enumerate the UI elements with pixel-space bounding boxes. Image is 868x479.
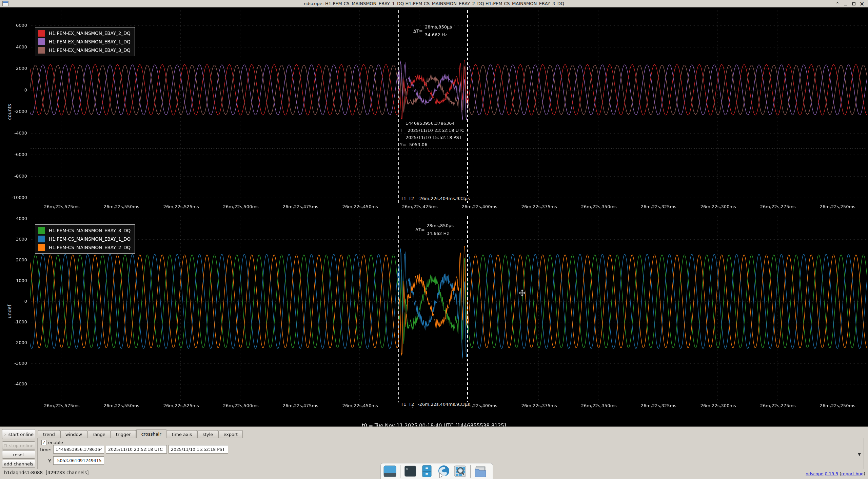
y-tick-label: -2000 [1, 340, 27, 345]
x-tick-label: -26m,22s,450ms [334, 403, 385, 408]
app-finder-icon[interactable] [453, 464, 467, 478]
crosshair-y: Y= -5053.06 [400, 142, 427, 147]
dock-separator [400, 465, 400, 478]
legend-swatch [38, 227, 45, 234]
cursor-dt-time: 28ms,850µs [425, 24, 452, 29]
maximize-button[interactable] [850, 0, 858, 7]
y-value-field[interactable] [53, 456, 104, 465]
y-tick-label: 6000 [1, 23, 27, 28]
window-title: ndscope: H1:PEM-CS_MAINSMON_EBAY_1_DQ H1… [0, 1, 868, 6]
desktop-icon[interactable] [383, 464, 397, 478]
tab-time-axis[interactable]: time axis [167, 430, 197, 438]
time-utc-field[interactable] [106, 445, 167, 454]
x-tick-label: -26m,22s,400ms [453, 204, 504, 209]
x-tick-label: -26m,22s,325ms [632, 204, 683, 209]
x-tick-label: -26m,22s,500ms [215, 204, 265, 209]
x-tick-label: -26m,22s,275ms [752, 204, 803, 209]
x-tick-label: -26m,22s,300ms [692, 204, 743, 209]
legend-channel-label: H1:PEM-EX_MAINSMON_EBAY_3_DQ [49, 47, 131, 53]
minimize-button[interactable] [842, 0, 850, 7]
time-local-field[interactable] [169, 445, 228, 454]
panel-dropdown-arrow[interactable]: ▼ [858, 452, 861, 457]
close-button[interactable]: × [858, 0, 866, 7]
crosshair-pst: 2025/11/10 15:52:18 PST [406, 135, 462, 140]
tab-crosshair[interactable]: crosshair [136, 429, 166, 438]
file-manager-icon[interactable] [474, 464, 487, 478]
reset-button[interactable]: reset [2, 451, 35, 459]
legend-swatch [38, 236, 45, 242]
stop-online-button[interactable]: □ stop online [2, 441, 35, 450]
window-titlebar[interactable]: ndscope: H1:PEM-CS_MAINSMON_EBAY_1_DQ H1… [0, 0, 868, 7]
about-links: ndscope 0.19.3 (report bug) [806, 471, 865, 476]
cursor-t2-label: T2=-26m,22s,404ms,933µs [408, 402, 471, 407]
shade-button[interactable]: ^ [833, 0, 842, 7]
cursor-dt-time: 28ms,850µs [427, 223, 454, 228]
y-tick-label: 0 [1, 87, 27, 93]
x-tick-label: -26m,22s,550ms [95, 204, 146, 209]
version-link[interactable]: 0.19.3 [825, 471, 839, 476]
tab-export[interactable]: export [218, 430, 243, 438]
legend-entry: H1:PEM-CS_MAINSMON_EBAY_3_DQ [38, 227, 131, 234]
legend-entry: H1:PEM-EX_MAINSMON_EBAY_1_DQ [38, 38, 131, 45]
enable-checkbox[interactable]: ✓ [41, 440, 46, 445]
time-gps-field[interactable] [53, 445, 104, 454]
y-label: Y: [32, 458, 52, 463]
tab-trend[interactable]: trend [38, 430, 60, 438]
taskbar-dock: >_ [380, 463, 493, 479]
y-tick-label: 4000 [1, 216, 27, 221]
crosshair-gps: 1446853956.3786364 [406, 121, 455, 126]
ndscope-link[interactable]: ndscope [806, 471, 824, 476]
tab-trigger[interactable]: trigger [111, 430, 136, 438]
tab-window[interactable]: window [60, 430, 87, 438]
legend-channel-label: H1:PEM-EX_MAINSMON_EBAY_2_DQ [49, 31, 131, 36]
play-icon: ▷ [4, 433, 6, 436]
y-tick-label: -3000 [1, 361, 27, 366]
x-tick-label: -26m,22s,575ms [36, 403, 86, 408]
enable-label: enable [48, 440, 72, 445]
y-tick-label: 4000 [1, 44, 27, 49]
y-tick-label: -2000 [1, 109, 27, 114]
legend-swatch [38, 38, 45, 45]
terminal-icon[interactable]: >_ [403, 464, 417, 478]
plot1-canvas[interactable] [30, 10, 867, 204]
legend-swatch [38, 244, 45, 251]
x-tick-label: -26m,22s,525ms [155, 403, 206, 408]
legend-swatch [38, 47, 45, 54]
y-tick-label: 3000 [1, 237, 27, 242]
start-online-button[interactable]: ▷ start online [2, 429, 35, 439]
x-tick-label: -26m,22s,300ms [692, 403, 743, 408]
plot2-legend[interactable]: H1:PEM-CS_MAINSMON_EBAY_3_DQ H1:PEM-CS_M… [35, 224, 135, 254]
svg-text:>_: >_ [406, 467, 411, 471]
legend-entry: H1:PEM-CS_MAINSMON_EBAY_1_DQ [38, 236, 131, 242]
report-bug-link[interactable]: report bug [841, 471, 864, 476]
legend-entry: H1:PEM-CS_MAINSMON_EBAY_2_DQ [38, 244, 131, 251]
legend-entry: H1:PEM-EX_MAINSMON_EBAY_3_DQ [38, 47, 131, 54]
cursor-dt-label: ΔT= [413, 28, 423, 34]
tab-bar: trendwindowrangetriggercrosshairtime axi… [38, 430, 243, 438]
x-tick-label: -26m,22s,575ms [36, 204, 86, 209]
web-browser-icon[interactable] [437, 464, 450, 478]
cursor-t2-label: T2=-26m,22s,404ms,933µs [408, 196, 471, 201]
x-tick-label: -26m,22s,350ms [573, 204, 624, 209]
x-tick-label: -26m,22s,375ms [513, 403, 564, 408]
y-tick-label: -4000 [1, 131, 27, 136]
legend-entry: H1:PEM-EX_MAINSMON_EBAY_2_DQ [38, 30, 131, 37]
tab-range[interactable]: range [87, 430, 111, 438]
plot1-legend[interactable]: H1:PEM-EX_MAINSMON_EBAY_2_DQ H1:PEM-EX_M… [35, 27, 135, 56]
y-tick-label: -6000 [1, 152, 27, 157]
add-channels-button[interactable]: add channels [2, 460, 35, 468]
tab-style[interactable]: style [197, 430, 218, 438]
time-label: time: [32, 447, 52, 452]
x-tick-label: -26m,22s,425ms [394, 204, 445, 209]
plot2-canvas[interactable] [30, 216, 867, 402]
x-tick-label: -26m,22s,275ms [752, 403, 803, 408]
x-tick-label: -26m,22s,500ms [215, 403, 265, 408]
file-cabinet-icon[interactable] [420, 464, 434, 478]
plot2-y-axis-label: undef [7, 305, 12, 318]
y-tick-label: 0 [1, 299, 27, 304]
legend-swatch [38, 30, 45, 37]
button-label: start online [8, 432, 34, 437]
x-tick-label: -26m,22s,475ms [274, 403, 325, 408]
cursor-dt-freq: 34.662 Hz [425, 32, 447, 37]
mouse-move-cursor [518, 289, 526, 299]
